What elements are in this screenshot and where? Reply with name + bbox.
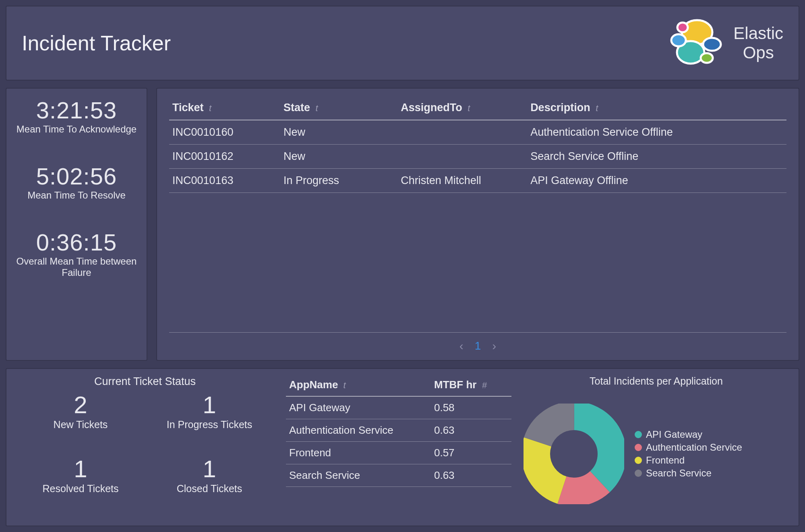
header-panel: Incident Tracker Elastic Ops <box>6 6 799 81</box>
legend-swatch-icon <box>635 470 642 477</box>
legend-swatch-icon <box>635 444 642 451</box>
cell-ticket: INC0010163 <box>169 169 280 193</box>
metric-mtbf: 0:36:15 Overall Mean Time between Failur… <box>11 229 142 279</box>
legend-item[interactable]: Frontend <box>635 455 742 466</box>
legend-label: Authentication Service <box>646 442 742 453</box>
metric-value: 5:02:56 <box>11 163 142 190</box>
metric-value: 3:21:53 <box>11 97 142 124</box>
cell-state: New <box>280 145 397 169</box>
col-description[interactable]: Description t <box>527 97 786 120</box>
cell-assigned: Christen Mitchell <box>397 169 527 193</box>
page-title: Incident Tracker <box>22 31 171 55</box>
ticket-table: Ticket t State t AssignedTo t Descript <box>169 97 786 193</box>
status-inprogress: 1 In Progress Tickets <box>145 391 274 455</box>
dashboard-root: Incident Tracker Elastic Ops <box>0 0 805 532</box>
legend-swatch-icon <box>635 457 642 464</box>
table-row[interactable]: Authentication Service 0.63 <box>286 419 511 442</box>
col-assignedto[interactable]: AssignedTo t <box>397 97 527 120</box>
bottom-panel: Current Ticket Status 2 New Tickets 1 In… <box>6 368 799 526</box>
status-count: 1 <box>145 455 274 483</box>
svg-point-10 <box>552 432 595 475</box>
status-label: In Progress Tickets <box>145 419 274 431</box>
status-resolved: 1 Resolved Tickets <box>16 455 145 519</box>
legend-item[interactable]: API Gateway <box>635 429 742 440</box>
status-label: Closed Tickets <box>145 483 274 495</box>
donut-chart <box>524 404 624 504</box>
cell-desc: Authentication Service Offline <box>527 120 786 145</box>
brand-text: Elastic Ops <box>733 24 783 63</box>
table-row[interactable]: INC0010163 In Progress Christen Mitchell… <box>169 169 786 193</box>
cell-ticket: INC0010160 <box>169 120 280 145</box>
svg-point-4 <box>677 23 688 32</box>
cell-mtbf: 0.58 <box>431 396 511 419</box>
table-row[interactable]: Frontend 0.57 <box>286 442 511 464</box>
cell-state: New <box>280 120 397 145</box>
status-label: New Tickets <box>16 419 145 431</box>
metric-value: 0:36:15 <box>11 229 142 256</box>
cell-state: In Progress <box>280 169 397 193</box>
status-new: 2 New Tickets <box>16 391 145 455</box>
legend-label: API Gateway <box>646 429 702 440</box>
metric-label: Overall Mean Time between Failure <box>11 256 142 279</box>
legend-item[interactable]: Authentication Service <box>635 442 742 453</box>
table-row[interactable]: INC0010162 New Search Service Offline <box>169 145 786 169</box>
metric-mtta: 3:21:53 Mean Time To Acknowledge <box>11 97 142 135</box>
table-row[interactable]: INC0010160 New Authentication Service Of… <box>169 120 786 145</box>
legend-label: Frontend <box>646 455 685 466</box>
cell-app: Frontend <box>286 442 431 464</box>
mtbf-table-block: AppName t MTBF hr # API Gateway 0.58 <box>286 375 511 519</box>
ticket-status-block: Current Ticket Status 2 New Tickets 1 In… <box>16 375 274 519</box>
table-header-row: Ticket t State t AssignedTo t Descript <box>169 97 786 120</box>
cell-mtbf: 0.57 <box>431 442 511 464</box>
cell-ticket: INC0010162 <box>169 145 280 169</box>
status-label: Resolved Tickets <box>16 483 145 495</box>
col-mtbf[interactable]: MTBF hr # <box>431 375 511 396</box>
cell-app: Authentication Service <box>286 419 431 442</box>
svg-point-2 <box>703 38 721 51</box>
col-ticket[interactable]: Ticket t <box>169 97 280 120</box>
status-count: 2 <box>16 391 145 419</box>
cell-desc: API Gateway Offline <box>527 169 786 193</box>
table-header-row: AppName t MTBF hr # <box>286 375 511 396</box>
sort-text-icon: t <box>209 103 216 114</box>
col-state[interactable]: State t <box>280 97 397 120</box>
donut-block: Total Incidents per Application API Gate… <box>524 375 789 519</box>
col-appname[interactable]: AppName t <box>286 375 431 396</box>
donut-legend: API Gateway Authentication Service Front… <box>635 429 742 479</box>
metrics-panel: 3:21:53 Mean Time To Acknowledge 5:02:56… <box>6 88 147 361</box>
pager: ‹ 1 › <box>169 332 786 353</box>
sort-text-icon: t <box>468 103 475 114</box>
table-row[interactable]: Search Service 0.63 <box>286 464 511 487</box>
svg-point-3 <box>671 34 686 46</box>
pager-prev-icon[interactable]: ‹ <box>459 339 464 353</box>
legend-item[interactable]: Search Service <box>635 468 742 479</box>
cell-app: API Gateway <box>286 396 431 419</box>
cell-desc: Search Service Offline <box>527 145 786 169</box>
sort-text-icon: t <box>315 103 323 114</box>
table-row[interactable]: API Gateway 0.58 <box>286 396 511 419</box>
legend-swatch-icon <box>635 431 642 438</box>
middle-row: 3:21:53 Mean Time To Acknowledge 5:02:56… <box>6 88 799 361</box>
brand-line1: Elastic <box>733 24 783 43</box>
cell-app: Search Service <box>286 464 431 487</box>
metric-label: Mean Time To Resolve <box>11 190 142 201</box>
cell-assigned <box>397 120 527 145</box>
status-count: 1 <box>16 455 145 483</box>
cell-assigned <box>397 145 527 169</box>
cell-mtbf: 0.63 <box>431 419 511 442</box>
sort-text-icon: t <box>596 103 603 114</box>
metric-mttr: 5:02:56 Mean Time To Resolve <box>11 163 142 201</box>
donut-row: API Gateway Authentication Service Front… <box>524 389 789 519</box>
pager-next-icon[interactable]: › <box>492 339 496 353</box>
ticket-table-panel: Ticket t State t AssignedTo t Descript <box>156 88 799 361</box>
sort-numeric-icon: # <box>482 380 489 391</box>
metric-label: Mean Time To Acknowledge <box>11 124 142 135</box>
sort-text-icon: t <box>344 380 351 391</box>
status-title: Current Ticket Status <box>16 375 274 388</box>
status-grid: 2 New Tickets 1 In Progress Tickets 1 Re… <box>16 391 274 519</box>
pager-current[interactable]: 1 <box>475 339 481 352</box>
legend-label: Search Service <box>646 468 712 479</box>
donut-title: Total Incidents per Application <box>524 375 789 387</box>
brand-block: Elastic Ops <box>663 13 783 73</box>
status-count: 1 <box>145 391 274 419</box>
